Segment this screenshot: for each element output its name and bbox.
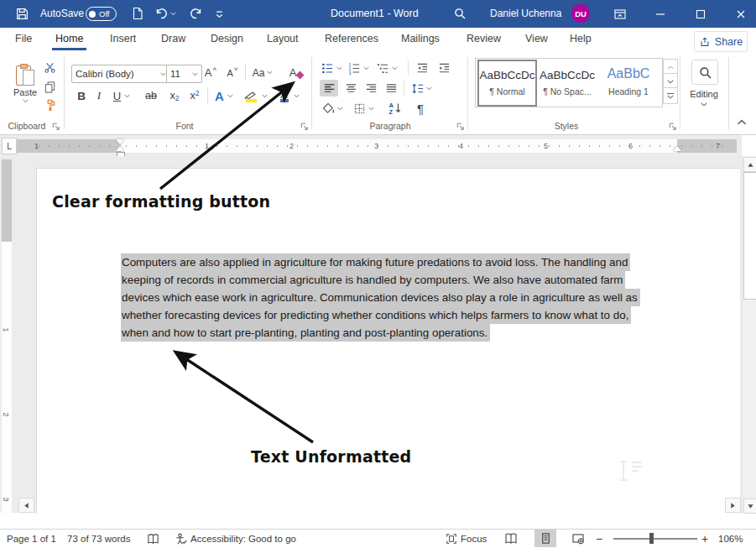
superscript-button[interactable]: x2 [185,87,204,104]
accessibility-status[interactable]: Accessibility: Good to go [175,530,296,548]
tab-design[interactable]: Design [211,33,243,44]
print-layout-button[interactable] [534,530,556,547]
avatar[interactable]: DU [571,4,590,23]
styles-more-button[interactable] [663,87,678,104]
align-right-button[interactable] [362,80,380,97]
tab-references[interactable]: References [325,33,378,44]
save-icon[interactable] [15,7,29,21]
vertical-ruler[interactable]: 1 2 3 [2,159,12,513]
maximize-button[interactable] [686,0,715,28]
justify-button[interactable] [382,80,400,97]
close-button[interactable] [727,0,755,28]
tab-draw[interactable]: Draw [161,33,185,44]
borders-button[interactable] [350,100,377,117]
zoom-in-button[interactable]: + [701,530,708,548]
page-indicator[interactable]: Page 1 of 1 [7,530,56,548]
font-dialog-launcher[interactable] [300,122,309,131]
ribbon-tab-row: File Home Insert Draw Design Layout Refe… [0,28,756,54]
tab-file[interactable]: File [15,33,32,44]
decrease-indent-button[interactable] [414,60,430,76]
tab-mailings[interactable]: Mailings [401,33,440,44]
tab-home[interactable]: Home [55,33,83,44]
scroll-down-button[interactable] [743,498,756,514]
style-heading-1[interactable]: AaBbC Heading 1 [599,61,658,103]
align-right-icon [365,82,378,95]
collapse-ribbon-button[interactable] [737,119,747,125]
tab-layout[interactable]: Layout [267,33,299,44]
selected-paragraph[interactable]: Computers are also applied in agricultur… [121,253,640,342]
hanging-indent-marker[interactable] [116,146,124,151]
clear-formatting-button[interactable]: A [285,63,307,81]
vertical-scrollbar[interactable] [742,156,756,513]
first-line-indent-marker[interactable] [116,139,124,144]
text-highlight-button[interactable] [242,86,269,106]
zoom-slider-thumb[interactable] [649,533,654,544]
styles-dialog-launcher[interactable] [668,122,677,131]
font-color-icon: A [279,89,290,103]
align-center-button[interactable] [342,80,360,97]
paragraph-dialog-launcher[interactable] [456,122,465,131]
italic-button[interactable]: I [92,87,106,104]
change-case-button[interactable]: Aa [249,64,276,81]
right-indent-marker[interactable] [673,146,681,151]
tab-view[interactable]: View [525,33,548,44]
web-layout-button[interactable] [571,530,585,548]
tab-stop-selector[interactable]: L [2,138,17,154]
strikethrough-button[interactable]: ab [141,87,161,104]
search-icon[interactable] [453,7,467,20]
font-color-button[interactable]: A [275,86,302,106]
increase-indent-button[interactable] [435,60,452,76]
zoom-out-button[interactable]: − [596,530,602,548]
underline-button[interactable]: U [109,87,134,104]
ribbon-display-options-button[interactable] [606,0,634,28]
minimize-button[interactable] [646,0,675,28]
tab-help[interactable]: Help [570,33,592,44]
subscript-button[interactable]: x2 [165,87,184,104]
zoom-level[interactable]: 106% [718,530,743,548]
zoom-slider-track[interactable] [613,538,697,540]
sort-button[interactable] [385,100,405,117]
shrink-font-button[interactable]: A˅ [223,64,242,81]
align-left-button[interactable] [320,80,338,97]
style-normal[interactable]: AaBbCcDc ¶ Normal [477,60,537,107]
show-hide-pilcrow-button[interactable]: ¶ [412,99,429,117]
chevron-down-icon[interactable] [701,102,707,107]
copy-button[interactable] [41,79,58,94]
line-spacing-button[interactable] [409,80,434,97]
redo-button[interactable] [190,7,203,20]
proofing-status[interactable] [147,530,159,548]
font-name-combo[interactable]: Calibri (Body) [71,65,170,83]
new-document-icon[interactable] [131,7,144,20]
hscroll-left-button[interactable] [18,498,34,513]
tab-review[interactable]: Review [467,33,501,44]
focus-mode-button[interactable]: Focus [446,530,487,548]
hscroll-right-button[interactable] [725,498,741,513]
chevron-down-icon [23,99,29,103]
font-size-combo[interactable]: 11 [166,65,202,83]
style-no-spacing[interactable]: AaBbCcDc ¶ No Spac... [539,61,596,103]
format-painter-button[interactable] [41,97,58,112]
text-effects-button[interactable]: A [211,87,237,104]
grow-font-button[interactable]: A˄ [201,64,220,81]
user-name[interactable]: Daniel Uchenna [490,8,561,19]
bullets-button[interactable] [320,60,343,76]
horizontal-ruler[interactable]: 1 1 2 3 4 5 6 7 [17,139,737,153]
scroll-up-button[interactable] [743,157,756,172]
paste-button[interactable]: Paste [8,57,42,109]
scrollbar-thumb[interactable] [743,172,756,300]
shading-button[interactable] [320,100,345,117]
undo-button[interactable] [154,7,176,20]
numbering-button[interactable] [347,60,370,76]
autosave-toggle[interactable]: Off [86,7,117,21]
editing-group-button[interactable] [691,60,718,85]
multilevel-list-button[interactable] [375,60,399,76]
share-button[interactable]: Share [694,31,748,52]
quick-access-more-icon[interactable] [213,8,226,20]
tab-insert[interactable]: Insert [110,33,136,44]
cut-button[interactable] [41,60,58,75]
clipboard-dialog-launcher[interactable] [51,122,60,131]
bold-button[interactable]: B [74,87,89,104]
word-count[interactable]: 73 of 73 words [67,530,130,548]
borders-icon [353,102,366,115]
read-mode-button[interactable] [504,530,518,548]
